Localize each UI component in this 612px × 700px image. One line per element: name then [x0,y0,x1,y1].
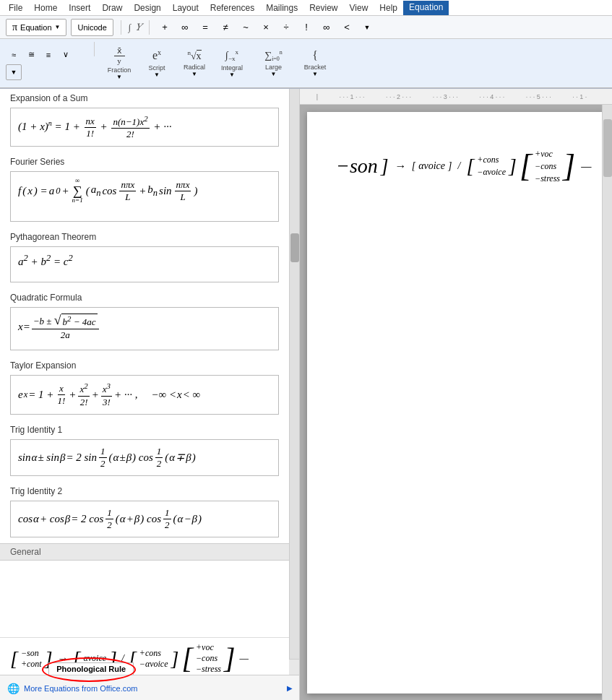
eq-box-trig1[interactable]: sinα ± sinβ = 2 sin 12 (α ± β) cos 12 (α… [10,439,279,476]
sym-lt[interactable]: < [339,20,355,35]
tab-phonological-label: Phonological Rule [56,665,126,673]
ruler-num-6: · · 1 · [572,93,587,100]
cursive-icon: 𝑌 [135,22,142,33]
menu-home[interactable]: Home [28,1,63,14]
menu-help[interactable]: Help [374,1,403,14]
ribbon-sep-3 [94,42,95,56]
more-equations-link[interactable]: 🌐 More Equations from Office.com ▶ [0,675,300,700]
unicode-btn[interactable]: Unicode [71,19,113,36]
main-area: Expansion of a Sum (1 + x)n = 1 + nx1! +… [0,89,612,700]
more-equations-label: More Equations from Office.com [24,684,138,693]
sym-infty[interactable]: ∞ [177,20,193,35]
menu-review[interactable]: Review [303,1,343,14]
pi-icon: π [12,22,17,33]
eq-scrollbar-thumb[interactable] [290,233,299,262]
ruler-mark-1: | [316,93,318,100]
sym-div[interactable]: ÷ [278,20,294,35]
ribbon: π Equation ▼ Unicode ∫ 𝑌 + ∞ = ≠ ~ × ÷ !… [0,16,612,89]
eq-box-pythag[interactable]: a2 + b2 = c2 [10,246,279,282]
eq-label-taylor: Taylor Expansion [0,356,289,372]
menu-references[interactable]: References [204,1,260,14]
eq-taylor: ex = 1 + x1! + x22! + x33! + ··· , −∞ < … [18,381,271,407]
ruler-num-3: · · · 3 · · · [433,93,458,100]
document-area: | · · · 1 · · · · · · 2 · · · · · · 3 · … [300,89,612,700]
avoice-minus: −αvoice [477,166,506,178]
eq-label-fourier: Fourier Series [0,152,289,168]
sym2-equiv[interactable]: ≡ [40,47,56,63]
equation-btn-label: Equation [20,23,51,32]
eq-trig1: sinα ± sinβ = 2 sin 12 (α ± β) cos 12 (α… [18,446,271,470]
eq-label-expansion: Expansion of a Sum [0,89,289,105]
unicode-btn-label: Unicode [77,23,106,32]
slash-symbol: / [458,160,461,172]
menu-mailings[interactable]: Mailings [260,1,303,14]
eq-label-pythag: Pythagorean Theorem [0,228,289,243]
menu-view[interactable]: View [344,1,374,14]
stress-minus: −stress [535,173,560,185]
menu-draw[interactable]: Draw [96,1,128,14]
ruler-num-2: · · · 2 · · · [386,93,411,100]
dropdown-arrow-icon: ▼ [55,24,61,30]
menu-equation[interactable]: Equation [403,1,449,15]
sym2-vee[interactable]: ∨ [58,47,74,63]
cons-minus: −cons [535,160,560,173]
doc-content: −son ] → [ αvoice ] / [ +cons −αvoice ] [300,105,612,700]
tab-phonological-rule[interactable]: Phonological Rule [48,662,134,675]
eq-preview-bottom: [ −son +cont ] → [ αvoice ] / [ +cons −α… [0,637,289,679]
script-tool[interactable]: ex Script ▼ [141,42,173,85]
sym-neq[interactable]: ≠ [217,20,233,35]
more-equations-arrow: ▶ [287,684,293,692]
eq-box-taylor[interactable]: ex = 1 + x1! + x22! + x33! + ··· , −∞ < … [10,375,279,414]
eq-fourier: f(x) = a0 + ∞ ∑ n=1 (an cos nπxL + bn si… [18,178,271,204]
sym-plus[interactable]: + [157,20,173,35]
general-section-label: General [0,543,289,561]
doc-scrollbar[interactable] [602,105,612,700]
em-dash: — [581,160,591,173]
sym-scroll-down[interactable]: ▼ [359,20,375,35]
avoice-text: αvoice [418,160,445,172]
sym2-scroll2[interactable]: ▼ [6,64,22,80]
menu-bar: File Home Insert Draw Design Layout Refe… [0,0,612,16]
eq-label-trig1: Trig Identity 1 [0,420,289,436]
sym-times[interactable]: × [258,20,274,35]
menu-design[interactable]: Design [128,1,166,14]
menu-layout[interactable]: Layout [167,1,204,14]
sym2-approx[interactable]: ≈ [6,47,22,63]
ruler-num-5: · · · 5 · · · [526,93,551,100]
menu-file[interactable]: File [3,1,28,14]
ruler-num-4: · · · 4 · · · [479,93,504,100]
ribbon-sep-2 [149,20,150,35]
doc-ruler: | · · · 1 · · · · · · 2 · · · · · · 3 · … [300,89,612,105]
fraction-tool[interactable]: x̄ y Fraction ▼ [103,42,135,85]
eq-box-fourier[interactable]: f(x) = a0 + ∞ ∑ n=1 (an cos nπxL + bn si… [10,171,279,222]
sym-eq[interactable]: = [197,20,213,35]
integral-tool[interactable]: ∫−xx Integral ▼ [216,42,248,85]
eq-label-trig2: Trig Identity 2 [0,482,289,498]
eq-pythag: a2 + b2 = c2 [18,253,271,268]
eq-box-trig2[interactable]: cosα + cosβ = 2 cos 12 (α + β) cos 12 (α… [10,501,279,537]
eq-label-quadratic: Quadratic Formula [0,288,289,304]
voc-plus: +voc [535,148,560,160]
sym-excl[interactable]: ! [298,20,314,35]
menu-insert[interactable]: Insert [63,1,96,14]
sym-infty2[interactable]: ∞ [319,20,335,35]
sym-tilde[interactable]: ~ [238,20,254,35]
eq-quadratic: x = −b ± √b2 − 4ac 2a [18,314,271,340]
large-operator-tool[interactable]: ∑i=0n Large ▼ [254,42,293,85]
eq-box-expansion[interactable]: (1 + x)n = 1 + nx1! + n(n−1)x22! + ··· [10,108,279,147]
doc-phon-rule: −son ] → [ αvoice ] / [ +cons −αvoice ] [336,148,576,184]
eq-expansion: (1 + x)n = 1 + nx1! + n(n−1)x22! + ··· [18,114,271,140]
equation-btn[interactable]: π Equation ▼ [6,19,66,36]
ruler-num-1: · · · 1 · · · [340,93,365,100]
sym2-cong[interactable]: ≅ [23,47,39,63]
ribbon-top-row: π Equation ▼ Unicode ∫ 𝑌 + ∞ = ≠ ~ × ÷ !… [0,16,612,39]
bracket-tool[interactable]: { Bracket ▼ [299,42,331,85]
arrow-symbol: → [395,160,406,173]
doc-page: −son ] → [ αvoice ] / [ +cons −αvoice ] [307,112,605,693]
equation-list-scroll[interactable]: Expansion of a Sum (1 + x)n = 1 + nx1! +… [0,89,299,633]
transform-icon: ∫ [129,22,132,33]
doc-scrollbar-thumb[interactable] [603,119,612,177]
radical-tool[interactable]: n√x Radical ▼ [178,42,210,85]
eq-box-quadratic[interactable]: x = −b ± √b2 − 4ac 2a [10,307,279,350]
eq-panel-scrollbar[interactable] [289,89,299,659]
